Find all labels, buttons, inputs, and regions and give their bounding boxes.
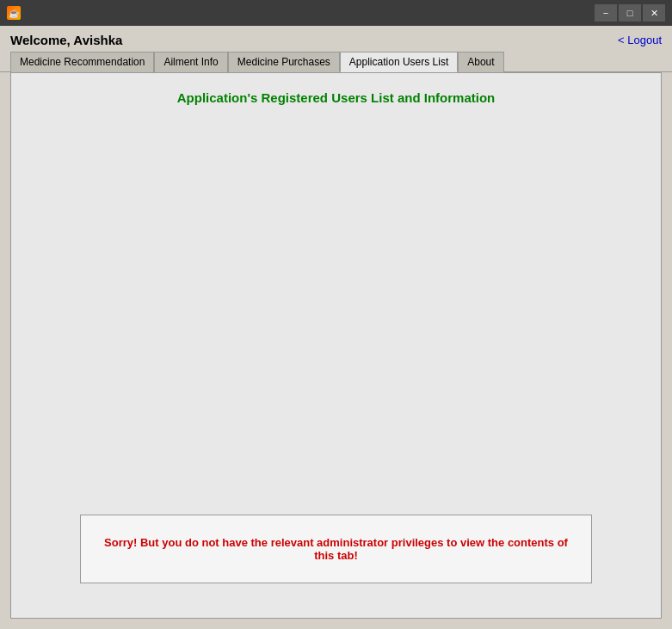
title-bar-controls: − □ ✕: [595, 4, 665, 22]
tab-ailment-info[interactable]: Ailment Info: [154, 52, 227, 72]
panel-title: Application's Registered Users List and …: [177, 90, 495, 105]
title-bar: ☕ − □ ✕: [0, 0, 672, 26]
app-content: Welcome, Avishka < Logout Medicine Recom…: [0, 26, 672, 629]
tab-about[interactable]: About: [458, 52, 503, 72]
logout-link[interactable]: < Logout: [618, 34, 662, 46]
tab-application-users[interactable]: Application Users List: [340, 52, 458, 72]
tab-medicine-recommendation[interactable]: Medicine Recommendation: [10, 52, 154, 72]
app-icon: ☕: [7, 6, 21, 20]
minimize-button[interactable]: −: [595, 4, 617, 22]
main-panel: Application's Registered Users List and …: [10, 72, 662, 619]
error-message: Sorry! But you do not have the relevant …: [95, 536, 577, 562]
title-bar-left: ☕: [7, 6, 21, 20]
header: Welcome, Avishka < Logout: [0, 26, 672, 51]
error-box: Sorry! But you do not have the relevant …: [80, 515, 592, 583]
tab-bar: Medicine Recommendation Ailment Info Med…: [0, 51, 672, 72]
close-button[interactable]: ✕: [643, 4, 665, 22]
welcome-text: Welcome, Avishka: [10, 33, 122, 47]
tab-medicine-purchases[interactable]: Medicine Purchases: [228, 52, 340, 72]
maximize-button[interactable]: □: [619, 4, 641, 22]
